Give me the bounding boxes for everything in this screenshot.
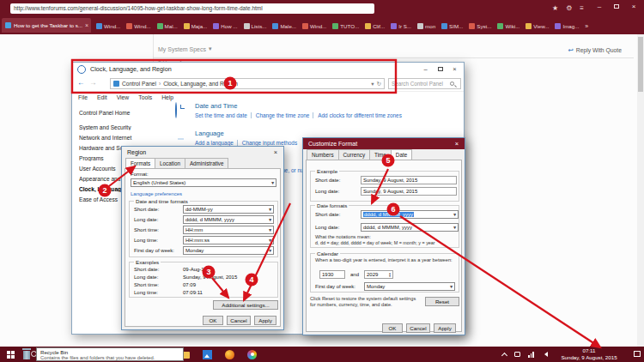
bookmark-item[interactable]: Male... [272,23,296,29]
region-formats-tab[interactable]: Formats [125,158,155,168]
taskbar-paint-icon[interactable] [247,350,257,359]
customize-time-tab[interactable]: Time [369,149,392,160]
link-add-clocks[interactable]: Add clocks for different time zones [313,112,402,118]
search-input[interactable] [392,81,448,87]
customize-date-tab[interactable]: Date [391,149,412,160]
additional-settings-button[interactable]: Additional settings... [213,300,278,310]
menu-edit[interactable]: Edit [97,94,107,100]
menu-tools[interactable]: Tools [138,94,152,100]
customize-first-day-select[interactable]: Monday▾ [364,282,455,291]
bookmark-item[interactable]: Wind... [126,23,150,29]
minimize-button[interactable]: – [418,63,433,75]
bookmark-item[interactable]: How ... [213,23,237,29]
refresh-icon[interactable]: ↻ [377,81,381,87]
close-button[interactable]: × [625,0,642,13]
bookmark-item[interactable]: Maja... [184,23,208,29]
bookmark-item[interactable]: Ir S... [391,23,411,29]
region-ok-button[interactable]: OK [203,316,223,325]
reply-with-quote-link[interactable]: ↩ Reply With Quote [568,46,622,54]
bookmark-item[interactable]: TUTO... [332,23,359,29]
browser-tab[interactable]: How to get the Taskbar to s... × [2,18,91,33]
year-to-spinner[interactable]: 2029 ▴▾ [364,270,393,279]
bookmark-item[interactable]: Clif... [365,23,385,29]
menu-help[interactable]: Help [161,94,173,100]
touch-keyboard-icon[interactable] [514,352,520,357]
breadcrumb-current[interactable]: Clock, Language, and Region [163,81,238,87]
bookmark-item[interactable]: Mal... [157,23,178,29]
customize-cancel-button[interactable]: Cancel [406,323,430,333]
taskbar-firefox-icon[interactable] [225,350,234,359]
close-button[interactable]: × [449,138,465,149]
link-add-language[interactable]: Add a language [195,140,234,146]
search-box[interactable] [388,78,461,89]
region-location-tab[interactable]: Location [155,158,185,168]
link-set-time-date[interactable]: Set the time and date [195,112,247,118]
network-icon[interactable] [528,352,534,358]
reset-button[interactable]: Reset [425,297,459,306]
bookmark-item[interactable]: Wind... [96,23,120,29]
bookmark-item[interactable]: mon [417,23,435,29]
bookmark-item[interactable]: View... [526,23,549,29]
section-title[interactable]: Language [195,130,224,137]
dialog-titlebar[interactable]: Customize Format [303,138,465,149]
spin-down-icon[interactable]: ▾ [389,275,391,278]
region-administrative-tab[interactable]: Administrative [185,158,229,168]
customize-ok-button[interactable]: OK [382,323,403,333]
scrollbar-thumb[interactable] [638,37,643,92]
menu-view[interactable]: View [117,94,130,100]
short-date-select[interactable]: dd-MMM-yy▾ [183,205,274,214]
maximize-button[interactable] [608,0,625,13]
chevron-down-icon[interactable]: ▾ [371,81,374,87]
first-day-select[interactable]: Monday▾ [183,246,274,255]
recycle-bin-icon[interactable] [22,348,31,359]
tray-expand-icon[interactable] [501,352,507,358]
link-change-time-zone[interactable]: Change the time zone [251,112,310,118]
maximize-button[interactable] [433,63,447,75]
close-button[interactable]: × [268,147,283,158]
tab-close-icon[interactable]: × [85,22,88,28]
section-title[interactable]: Date and Time [195,102,237,110]
menu-file[interactable]: File [78,94,88,100]
customize-long-date-select[interactable]: dddd, d MMMM, yyyy▾ [361,223,459,232]
sidebar-item-control-panel-home[interactable]: Control Panel Home [79,110,166,116]
breadcrumb-root[interactable]: Control Panel [122,81,156,87]
close-button[interactable]: × [447,63,462,75]
start-button[interactable] [7,351,15,359]
minimize-button[interactable]: – [591,0,608,13]
page-scrollbar[interactable] [637,34,644,347]
bookmark-item[interactable]: Lists... [244,23,267,29]
menu-icon[interactable]: ≡ [580,3,584,14]
bookmark-item[interactable]: SIM... [441,23,463,29]
breadcrumb[interactable]: Control Panel › Clock, Language, and Reg… [110,78,385,89]
long-time-select[interactable]: HH:mm:ss▾ [183,236,274,244]
region-cancel-button[interactable]: Cancel [227,316,251,325]
bookmarks-overflow-icon[interactable]: » [585,23,588,29]
taskbar-photos-icon[interactable] [203,350,212,359]
taskbar-clock[interactable]: 07:11 Sunday, 9 August, 2015 [550,347,629,361]
format-select[interactable]: English (United States) ▾ [131,178,276,187]
sidebar-item-system-and-security[interactable]: System and Security [79,124,166,130]
customize-short-date-select[interactable]: dddd, d MMMM, yyyy▾ [361,210,459,219]
bookmark-item[interactable]: Wind... [302,23,326,29]
favorites-star-icon[interactable]: ★ [552,3,558,14]
long-date-select[interactable]: dddd, d MMMM, yyyy▾ [183,215,274,224]
region-apply-button[interactable]: Apply [254,316,276,325]
forward-icon[interactable]: → [89,78,97,87]
back-icon[interactable]: ← [77,78,85,87]
bookmark-item[interactable]: Syst... [469,23,491,29]
dialog-titlebar[interactable]: Region [122,147,283,158]
customize-apply-button[interactable]: Apply [434,323,456,333]
bookmark-item[interactable]: Wiki... [497,23,519,29]
customize-currency-tab[interactable]: Currency [338,149,371,160]
sidebar-item-network-and-internet[interactable]: Network and Internet [79,135,166,141]
address-bar[interactable]: http://www.tenforums.com/general-discuss… [10,3,374,14]
language-preferences-link[interactable]: Language preferences [131,191,182,196]
bookmark-item[interactable]: Imag... [555,23,579,29]
customize-numbers-tab[interactable]: Numbers [307,149,339,160]
link-change-input-methods[interactable]: Change input methods [237,140,297,146]
year-from-field[interactable]: 1930 [319,270,345,279]
volume-icon[interactable] [542,352,548,357]
system-specs-label[interactable]: My System Specs [158,46,206,52]
short-time-select[interactable]: HH:mm▾ [183,226,274,234]
gear-icon[interactable]: ⚙ [566,3,572,14]
